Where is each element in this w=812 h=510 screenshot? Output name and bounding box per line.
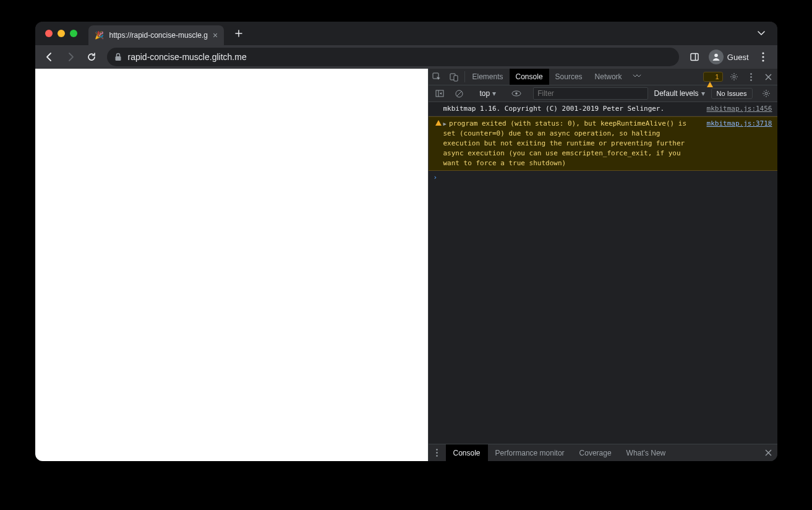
svg-point-3: [714, 54, 718, 58]
log-levels-label: Default levels: [654, 89, 699, 98]
maximize-window-button[interactable]: [70, 30, 77, 37]
warnings-badge[interactable]: 1: [703, 72, 722, 82]
drawer-tab-performance-monitor[interactable]: Performance monitor: [488, 444, 572, 461]
execution-context-label: top: [480, 89, 490, 98]
tab-sources[interactable]: Sources: [549, 69, 589, 85]
log-source-link[interactable]: mkbitmap.js:1456: [707, 104, 772, 114]
drawer-menu-button[interactable]: [429, 444, 446, 461]
console-toolbar: top ▾ Default levels ▾ No Issues: [429, 85, 777, 102]
side-panel-button[interactable]: [685, 48, 704, 66]
minimize-window-button[interactable]: [58, 30, 65, 37]
avatar-icon: [709, 50, 724, 64]
svg-point-6: [762, 59, 764, 61]
warning-icon: [707, 73, 713, 80]
log-source-link[interactable]: mkbitmap.js:3718: [707, 119, 772, 168]
devtools-settings-button[interactable]: [725, 69, 743, 85]
tab-elements[interactable]: Elements: [466, 69, 510, 85]
drawer-close-button[interactable]: [760, 444, 777, 461]
svg-line-17: [457, 91, 462, 96]
page-viewport[interactable]: [35, 69, 428, 461]
profile-button[interactable]: Guest: [706, 50, 751, 64]
log-entry: mkbitmap 1.16. Copyright (C) 2001-2019 P…: [429, 102, 777, 116]
lock-icon: [114, 53, 122, 61]
svg-point-21: [436, 449, 438, 451]
prompt-chevron-icon: ›: [434, 173, 443, 183]
address-bar[interactable]: rapid-concise-muscle.glitch.me: [107, 48, 679, 66]
svg-point-11: [750, 73, 752, 75]
tab-network[interactable]: Network: [589, 69, 628, 85]
new-tab-button[interactable]: [230, 25, 247, 42]
chevron-down-icon: ▾: [492, 89, 496, 98]
warnings-count: 1: [715, 73, 719, 80]
console-prompt[interactable]: ›: [429, 171, 777, 184]
clear-console-button[interactable]: [451, 90, 468, 98]
close-window-button[interactable]: [45, 30, 53, 37]
reload-button[interactable]: [82, 48, 101, 66]
svg-point-5: [762, 56, 764, 58]
favicon-icon: 🎉: [95, 30, 105, 40]
workspace: Elements Console Sources Network 1: [35, 69, 777, 461]
url-text: rapid-concise-muscle.glitch.me: [128, 52, 247, 62]
svg-point-10: [733, 76, 735, 78]
log-entry: ▶program exited (with status: 0), but ke…: [429, 116, 777, 171]
chevron-down-icon: ▾: [701, 89, 705, 98]
inspect-element-button[interactable]: [429, 69, 446, 85]
tab-strip: 🎉 https://rapid-concise-muscle.g ×: [35, 22, 777, 45]
drawer-tab-whats-new[interactable]: What's New: [619, 444, 673, 461]
devtools-panel: Elements Console Sources Network 1: [428, 69, 777, 461]
console-settings-button[interactable]: [758, 89, 775, 98]
devtools-close-button[interactable]: [760, 69, 777, 85]
svg-rect-9: [454, 76, 458, 81]
warning-icon: [435, 120, 442, 126]
devtools-tabbar: Elements Console Sources Network 1: [429, 69, 777, 85]
drawer-tab-coverage[interactable]: Coverage: [572, 444, 619, 461]
log-message: mkbitmap 1.16. Copyright (C) 2001-2019 P…: [443, 104, 707, 114]
svg-point-22: [436, 452, 438, 454]
svg-rect-1: [691, 54, 698, 61]
svg-point-13: [750, 79, 752, 81]
devtools-menu-button[interactable]: [743, 69, 760, 85]
back-button[interactable]: [40, 48, 59, 66]
window-controls: [45, 30, 77, 37]
profile-label: Guest: [727, 53, 749, 62]
tab-title: https://rapid-concise-muscle.g: [109, 31, 208, 40]
console-output[interactable]: mkbitmap 1.16. Copyright (C) 2001-2019 P…: [429, 102, 777, 444]
forward-button[interactable]: [61, 48, 80, 66]
log-levels-selector[interactable]: Default levels ▾: [651, 89, 709, 98]
chrome-menu-button[interactable]: [754, 48, 772, 66]
close-tab-button[interactable]: ×: [213, 30, 218, 40]
expand-arrow-icon[interactable]: ▶: [443, 121, 447, 127]
browser-window: 🎉 https://rapid-concise-muscle.g × rapid…: [35, 22, 777, 461]
browser-tab[interactable]: 🎉 https://rapid-concise-muscle.g ×: [88, 25, 224, 45]
svg-point-12: [750, 76, 752, 78]
tab-search-button[interactable]: [751, 27, 771, 40]
issues-button[interactable]: No Issues: [711, 88, 753, 99]
console-sidebar-toggle[interactable]: [431, 90, 448, 97]
tab-console[interactable]: Console: [510, 69, 549, 85]
svg-point-4: [762, 52, 764, 54]
drawer-tab-console[interactable]: Console: [446, 444, 488, 461]
svg-point-20: [765, 92, 767, 95]
log-message: ▶program exited (with status: 0), but ke…: [443, 119, 707, 168]
live-expression-button[interactable]: [508, 90, 525, 97]
device-toolbar-button[interactable]: [446, 69, 463, 85]
more-tabs-button[interactable]: [628, 69, 646, 85]
console-filter-input[interactable]: [533, 87, 647, 100]
devtools-drawer: Console Performance monitor Coverage Wha…: [429, 444, 777, 461]
execution-context-selector[interactable]: top ▾: [476, 89, 500, 98]
svg-rect-0: [115, 56, 121, 61]
svg-point-19: [515, 92, 518, 95]
toolbar: rapid-concise-muscle.glitch.me Guest: [35, 45, 777, 69]
svg-point-23: [436, 455, 438, 457]
